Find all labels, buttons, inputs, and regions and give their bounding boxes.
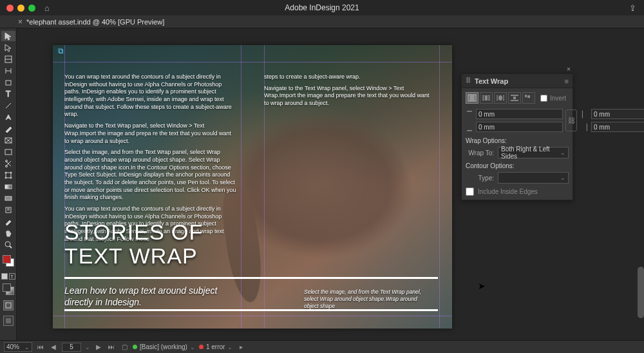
offset-left-input[interactable] xyxy=(591,109,644,119)
wrap-to-label: Wrap To: xyxy=(466,149,494,157)
svg-rect-8 xyxy=(5,149,12,155)
close-window-button[interactable] xyxy=(6,5,14,12)
zoom-tool[interactable] xyxy=(1,240,15,250)
view-options-button[interactable] xyxy=(3,316,14,326)
type-tool[interactable]: T xyxy=(1,89,15,99)
panel-menu-icon[interactable]: ≡ xyxy=(565,77,569,85)
wrap-jump-object-button[interactable] xyxy=(508,92,521,104)
page-number-input[interactable] xyxy=(62,343,81,352)
type-select[interactable]: ⌄ xyxy=(498,172,569,184)
caption-text[interactable]: Select the image, and from the Text Wrap… xyxy=(304,289,433,310)
pen-tool[interactable] xyxy=(1,112,15,122)
maximize-window-button[interactable] xyxy=(28,5,35,12)
page[interactable]: ⧉ You can wrap text around the contours … xyxy=(53,45,452,329)
share-icon[interactable]: ⇪ xyxy=(629,3,636,13)
panel-close-icon[interactable]: × xyxy=(564,64,573,73)
wrap-bounding-box-button[interactable] xyxy=(480,92,493,104)
wrap-to-select[interactable]: Both Right & Left Sides⌄ xyxy=(498,147,569,158)
offset-bottom-input[interactable] xyxy=(476,122,563,132)
svg-rect-16 xyxy=(5,185,12,189)
direct-selection-tool[interactable] xyxy=(1,43,15,53)
chevron-down-icon: ⌄ xyxy=(227,344,232,350)
wrap-options-section: Wrap Options: xyxy=(466,137,569,144)
tools-panel: T T xyxy=(0,28,17,340)
page-tool[interactable] xyxy=(1,54,15,64)
status-menu-button[interactable]: ▸ xyxy=(236,343,245,352)
scissors-tool[interactable] xyxy=(1,158,15,169)
gradient-swatch-tool[interactable] xyxy=(1,182,15,192)
guide-horizontal[interactable] xyxy=(53,316,452,316)
next-page-button[interactable]: ▶ xyxy=(94,343,103,352)
status-layout[interactable]: [Basic] (working)⌄ xyxy=(133,343,195,350)
body-paragraph: You can wrap text around the contours of… xyxy=(64,73,237,119)
type-label: Type: xyxy=(466,175,494,182)
chevron-down-icon: ⌄ xyxy=(24,344,30,350)
zoom-select[interactable]: 40%⌄ xyxy=(4,342,32,352)
svg-rect-11 xyxy=(6,173,11,178)
formatting-container-icon[interactable] xyxy=(1,273,8,280)
offset-top-input[interactable] xyxy=(476,109,563,119)
pencil-tool[interactable] xyxy=(1,124,15,134)
rule-line[interactable] xyxy=(64,277,438,279)
invert-checkbox-input[interactable] xyxy=(540,95,547,102)
hand-tool[interactable] xyxy=(1,228,15,238)
include-inside-edges-input[interactable] xyxy=(466,187,474,196)
panel-title: Text Wrap xyxy=(475,77,508,85)
first-page-button[interactable]: ⏮ xyxy=(36,343,45,352)
text-frame-right[interactable]: steps to create a subject-aware wrap. Na… xyxy=(264,73,431,111)
gap-tool[interactable] xyxy=(1,66,15,76)
last-page-button[interactable]: ⏭ xyxy=(107,343,116,352)
status-errors[interactable]: 1 error⌄ xyxy=(199,343,232,350)
text-wrap-panel: ⠿Text Wrap ≡ Invert ▔ ▁ ⛓ ▏ ▕ xyxy=(461,73,573,200)
svg-point-10 xyxy=(5,160,7,162)
document-tabs: × *elephant asset.indd @ 40% [GPU Previe… xyxy=(0,15,644,28)
document-canvas[interactable]: ⧉ You can wrap text around the contours … xyxy=(17,28,644,340)
guide-vertical[interactable] xyxy=(439,45,440,329)
chevron-down-icon[interactable]: ⌄ xyxy=(85,344,90,350)
formatting-text-icon[interactable]: T xyxy=(9,273,15,280)
note-tool[interactable] xyxy=(1,205,15,215)
minimize-window-button[interactable] xyxy=(17,5,24,12)
svg-point-13 xyxy=(10,172,12,173)
open-navigator-button[interactable]: ▢ xyxy=(120,343,129,352)
offset-right-input[interactable] xyxy=(591,122,644,132)
selection-tool[interactable] xyxy=(1,31,15,41)
content-collector-tool[interactable] xyxy=(1,77,15,88)
headline-text[interactable]: STORIES OF TEXT WRAP xyxy=(64,220,203,269)
wrap-object-shape-button[interactable] xyxy=(494,92,507,104)
rectangle-tool[interactable] xyxy=(1,147,15,157)
offset-top-icon: ▔ xyxy=(466,111,473,118)
rule-line[interactable] xyxy=(64,309,438,311)
svg-point-12 xyxy=(5,172,6,173)
apply-color-swatch[interactable] xyxy=(3,283,14,295)
fill-stroke-swatch[interactable] xyxy=(3,255,14,267)
svg-rect-47 xyxy=(527,95,530,98)
screen-mode-button[interactable] xyxy=(3,300,14,310)
include-inside-edges-checkbox[interactable]: Include Inside Edges xyxy=(466,187,569,196)
rectangle-frame-tool[interactable] xyxy=(1,135,15,146)
wrap-jump-column-button[interactable] xyxy=(522,92,535,104)
guide-horizontal[interactable] xyxy=(53,62,452,62)
contour-options-section: Contour Options: xyxy=(466,162,569,169)
svg-line-4 xyxy=(6,103,11,108)
chevron-down-icon: ⌄ xyxy=(190,344,195,350)
tab-label: *elephant asset.indd @ 40% [GPU Preview] xyxy=(26,18,164,26)
vertical-scrollbar[interactable] xyxy=(638,267,644,318)
home-icon[interactable]: ⌂ xyxy=(44,3,50,13)
svg-rect-23 xyxy=(6,303,11,308)
wrap-mode-row: Invert xyxy=(466,92,569,104)
close-tab-icon[interactable]: × xyxy=(18,17,23,26)
eyedropper-tool[interactable] xyxy=(1,216,15,227)
invert-checkbox[interactable]: Invert xyxy=(540,95,566,102)
link-offsets-button[interactable]: ⛓ xyxy=(565,110,577,131)
offset-bottom-icon: ▁ xyxy=(466,124,473,131)
line-tool[interactable] xyxy=(1,100,15,111)
document-tab[interactable]: × *elephant asset.indd @ 40% [GPU Previe… xyxy=(18,17,164,26)
panel-header[interactable]: ⠿Text Wrap ≡ xyxy=(462,74,573,88)
prev-page-button[interactable]: ◀ xyxy=(49,343,58,352)
free-transform-tool[interactable] xyxy=(1,170,15,180)
wrap-none-button[interactable] xyxy=(466,92,478,104)
subhead-text[interactable]: Learn how to wrap text around subject di… xyxy=(64,285,245,308)
window-controls xyxy=(6,5,35,12)
gradient-feather-tool[interactable] xyxy=(1,193,15,204)
